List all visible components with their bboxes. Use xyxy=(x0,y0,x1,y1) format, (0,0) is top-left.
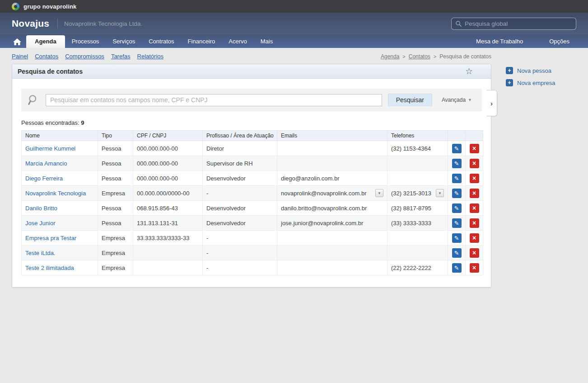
table-header-row: Nome Tipo CPF / CNPJ Profissao / Área de… xyxy=(22,131,483,141)
header-divider xyxy=(57,19,58,28)
breadcrumb-agenda[interactable]: Agenda xyxy=(381,53,399,60)
edit-icon[interactable]: ✎ xyxy=(452,218,462,228)
table-row: Teste iLtda. Empresa - ✎ × xyxy=(22,246,483,260)
subnav-painel[interactable]: Painel xyxy=(12,53,28,60)
contact-telefone: (32) 1153-4364 xyxy=(387,141,448,156)
table-row: Diego Ferreira Pessoa 000.000.000-00 Des… xyxy=(22,171,483,186)
nav-mesa-de-trabalho[interactable]: Mesa de Trabalho xyxy=(469,35,530,48)
table-row: Teste 2 ilimitadada Empresa - (22) 2222-… xyxy=(22,260,483,275)
expand-panel-chevron[interactable]: › xyxy=(486,90,497,116)
contacts-table: Nome Tipo CPF / CNPJ Profissao / Área de… xyxy=(21,130,483,275)
email-dropdown-button[interactable]: ▼ xyxy=(375,189,383,197)
tab-processos[interactable]: Processos xyxy=(65,35,106,48)
tab-servicos[interactable]: Serviços xyxy=(106,35,142,48)
global-search-input[interactable] xyxy=(465,20,572,27)
search-button[interactable]: Pesquisar xyxy=(388,94,432,106)
breadcrumb-separator: > xyxy=(434,54,436,59)
contact-name-link[interactable]: Empresa pra Testar xyxy=(25,235,76,241)
breadcrumb-current: Pesquisa de contatos xyxy=(439,53,491,60)
contact-email xyxy=(277,231,387,246)
contact-cpf xyxy=(133,246,203,260)
edit-icon[interactable]: ✎ xyxy=(452,174,462,183)
delete-icon[interactable]: × xyxy=(470,174,479,183)
main-nav: Agenda Processos Serviços Contratos Fina… xyxy=(0,34,588,48)
delete-icon[interactable]: × xyxy=(470,189,479,198)
contact-profissao: - xyxy=(203,260,277,275)
new-company-button[interactable]: + Nova empresa xyxy=(506,79,555,86)
contact-profissao: - xyxy=(203,246,277,260)
contact-email: danilo.britto@novaprolink.com.br xyxy=(277,201,387,216)
phone-dropdown-button[interactable]: ▼ xyxy=(436,189,444,197)
delete-icon[interactable]: × xyxy=(470,203,479,213)
contact-telefone xyxy=(387,246,448,260)
delete-icon[interactable]: × xyxy=(470,144,479,153)
subnav-contatos[interactable]: Contatos xyxy=(35,53,58,60)
edit-icon[interactable]: ✎ xyxy=(452,144,462,153)
contact-telefone xyxy=(387,231,448,246)
delete-icon[interactable]: × xyxy=(470,233,479,243)
contact-profissao: Desenvolvedor xyxy=(203,201,277,216)
delete-icon[interactable]: × xyxy=(470,218,479,228)
table-row: Novaprolink Tecnologia Empresa 00.000.00… xyxy=(22,186,483,201)
subnav-compromissos[interactable]: Compromissos xyxy=(65,53,104,60)
delete-icon[interactable]: × xyxy=(470,263,479,273)
contact-profissao: Desenvolvedor xyxy=(203,171,277,186)
contact-name-link[interactable]: Teste iLtda. xyxy=(25,250,56,256)
edit-icon[interactable]: ✎ xyxy=(452,263,462,273)
page-title: Pesquisa de contatos xyxy=(18,68,83,75)
subnav-tarefas[interactable]: Tarefas xyxy=(111,53,131,60)
contact-cpf: 000.000.000-00 xyxy=(133,156,203,171)
col-header-emails: Emails xyxy=(277,131,387,141)
edit-icon[interactable]: ✎ xyxy=(452,159,462,168)
breadcrumb-contatos[interactable]: Contatos xyxy=(409,53,430,60)
tab-mais[interactable]: Mais xyxy=(254,35,280,48)
tab-financeiro[interactable]: Financeiro xyxy=(181,35,222,48)
delete-icon[interactable]: × xyxy=(470,248,479,258)
delete-icon[interactable]: × xyxy=(470,159,479,168)
contact-name-link[interactable]: Danilo Britto xyxy=(25,205,57,212)
contact-name-link[interactable]: Marcia Amancio xyxy=(25,160,67,167)
advanced-search-toggle[interactable]: Avançada ▼ xyxy=(438,97,476,103)
contact-email: jose.junior@novaprolink.com.br xyxy=(277,216,387,231)
table-row: Marcia Amancio Pessoa 000.000.000-00 Sup… xyxy=(22,156,483,171)
search-icon xyxy=(28,94,40,106)
contact-cpf: 33.333.333/3333-33 xyxy=(133,231,203,246)
quick-actions: + Nova pessoa + Nova empresa xyxy=(506,64,555,91)
tab-agenda[interactable]: Agenda xyxy=(26,35,65,48)
contact-tipo: Empresa xyxy=(98,186,133,201)
new-person-button[interactable]: + Nova pessoa xyxy=(506,67,555,74)
contact-name-link[interactable]: Guilherme Kummel xyxy=(25,145,75,152)
contact-search-bar: Pesquisar Avançada ▼ xyxy=(21,89,482,111)
col-header-cpf-cnpj: CPF / CNPJ xyxy=(133,131,203,141)
plus-icon: + xyxy=(506,67,513,74)
edit-icon[interactable]: ✎ xyxy=(452,189,462,198)
contact-cpf: 131.313.131-31 xyxy=(133,216,203,231)
subnav-relatorios[interactable]: Relatórios xyxy=(137,53,164,60)
top-brand-bar: grupo novaprolink xyxy=(0,0,588,13)
nav-opcoes[interactable]: Opções xyxy=(542,35,576,48)
contact-telefone: (32) 3215-3013 xyxy=(391,190,431,197)
tab-acervo[interactable]: Acervo xyxy=(222,35,253,48)
contact-name-link[interactable]: Diego Ferreira xyxy=(25,175,63,182)
edit-icon[interactable]: ✎ xyxy=(452,233,462,243)
results-label: Pessoas encontradas: xyxy=(21,119,79,126)
global-search-box[interactable] xyxy=(451,18,576,30)
edit-icon[interactable]: ✎ xyxy=(452,203,462,213)
contact-name-link[interactable]: Jose Junior xyxy=(25,220,55,227)
chevron-down-icon: ▼ xyxy=(438,191,442,195)
contact-tipo: Pessoa xyxy=(98,216,133,231)
contact-name-link[interactable]: Novaprolink Tecnologia xyxy=(25,190,86,197)
home-icon[interactable] xyxy=(12,38,26,48)
edit-icon[interactable]: ✎ xyxy=(452,248,462,258)
subnav-row: Painel Contatos Compromissos Tarefas Rel… xyxy=(0,48,588,64)
tab-contratos[interactable]: Contratos xyxy=(142,35,181,48)
new-person-label: Nova pessoa xyxy=(517,67,551,74)
favorite-star-icon[interactable]: ☆ xyxy=(465,67,485,76)
contact-profissao: Desenvolvedor xyxy=(203,216,277,231)
brand-name: grupo novaprolink xyxy=(23,3,77,10)
contact-search-input[interactable] xyxy=(46,94,382,106)
contact-email xyxy=(277,260,387,275)
contact-name-link[interactable]: Teste 2 ilimitadada xyxy=(25,265,74,271)
org-name: Novaprolink Tecnologia Ltda. xyxy=(64,20,142,27)
col-header-tipo: Tipo xyxy=(98,131,133,141)
